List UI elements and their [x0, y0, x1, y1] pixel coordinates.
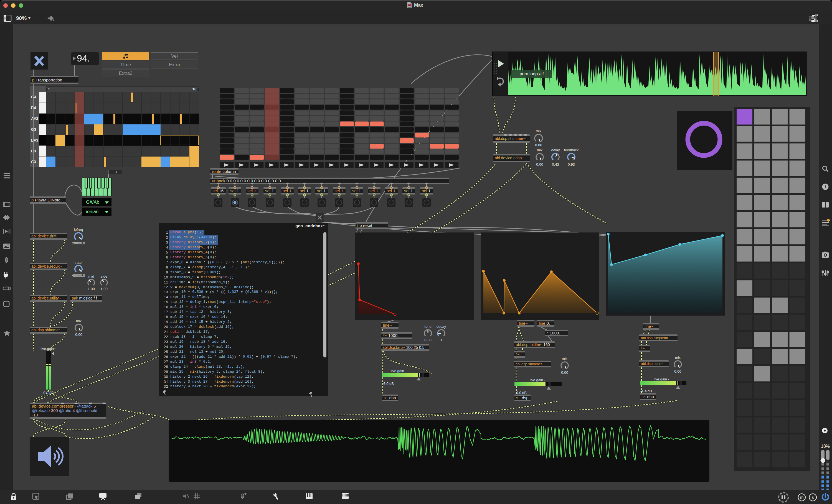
svg-text:s: s [812, 495, 814, 500]
svg-text:m: m [800, 495, 803, 500]
